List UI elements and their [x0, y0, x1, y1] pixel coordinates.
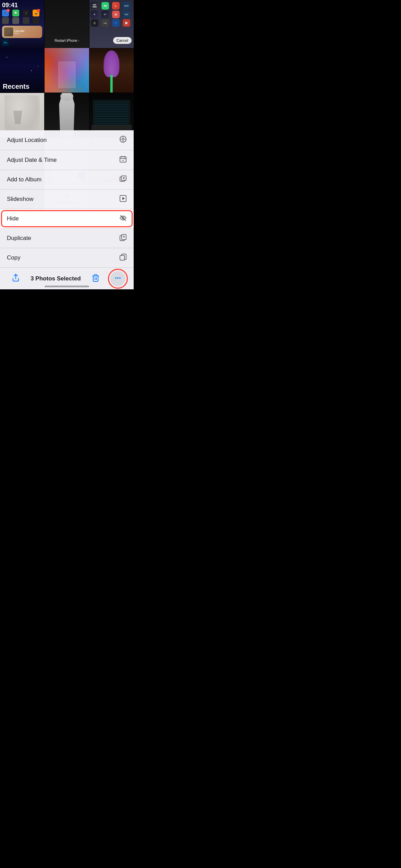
status-time: 09:41 [2, 2, 42, 8]
calendar-icon [119, 155, 127, 165]
context-menu: Adjust Location Adjust Date & Time [0, 130, 134, 267]
hide-highlight-border [1, 210, 133, 227]
share-button[interactable] [8, 271, 23, 286]
restart-iphone-text: Restart iPhone › [54, 39, 79, 43]
more-icon [114, 274, 122, 283]
add-album-icon [119, 175, 127, 184]
menu-item-slideshow[interactable]: Slideshow [0, 190, 134, 209]
photo-night-sky[interactable]: Recents [0, 48, 44, 93]
menu-label-add-to-album: Add to Album [7, 176, 41, 183]
menu-item-duplicate[interactable]: Duplicate [0, 229, 134, 248]
menu-item-hide[interactable]: Hide [0, 209, 134, 229]
music-artist: Music [14, 32, 24, 34]
photo-tulip[interactable] [89, 48, 134, 93]
more-button-container [110, 271, 125, 286]
recents-label: Recents [3, 83, 29, 91]
svg-point-1 [122, 138, 124, 140]
svg-point-10 [123, 160, 124, 161]
svg-point-30 [119, 277, 121, 279]
selected-count-label: 3 Photos Selected [31, 275, 81, 282]
menu-label-copy: Copy [7, 254, 21, 261]
delete-icon [92, 274, 100, 284]
svg-rect-25 [93, 276, 98, 281]
share-icon [12, 274, 20, 284]
restart-iphone-screen: Restart iPhone › [45, 0, 89, 48]
copy-icon [119, 253, 127, 262]
play-icon [119, 195, 127, 204]
svg-point-28 [115, 277, 117, 279]
menu-item-copy[interactable]: Copy [0, 248, 134, 267]
menu-item-adjust-location[interactable]: Adjust Location [0, 130, 134, 150]
svg-rect-6 [120, 157, 126, 162]
duplicate-icon [119, 234, 127, 243]
location-icon [119, 135, 127, 145]
top-section: 09:41 15 📞 💬 🎵 8 📷 🎵 Low Hits [0, 0, 134, 48]
hide-icon [119, 214, 127, 223]
svg-rect-24 [120, 255, 124, 260]
delete-button[interactable] [88, 271, 103, 286]
menu-label-hide: Hide [7, 215, 19, 222]
music-widget: 🎵 Low Hits Music [2, 26, 42, 38]
menu-label-duplicate: Duplicate [7, 235, 31, 242]
menu-label-adjust-date-time: Adjust Date & Time [7, 157, 57, 164]
photo-graffiti[interactable] [45, 48, 89, 93]
svg-marker-17 [122, 197, 125, 200]
menu-label-adjust-location: Adjust Location [7, 137, 47, 144]
menu-item-adjust-date-time[interactable]: Adjust Date & Time [0, 150, 134, 170]
menu-label-slideshow: Slideshow [7, 196, 34, 203]
top-left-homescreen: 09:41 15 📞 💬 🎵 8 📷 🎵 Low Hits [0, 0, 44, 48]
home-indicator [45, 286, 89, 287]
svg-point-29 [117, 277, 119, 279]
music-title: Low Hits [14, 30, 24, 32]
menu-item-add-to-album[interactable]: Add to Album [0, 170, 134, 190]
svg-point-11 [124, 159, 125, 160]
recents-row: Recents [0, 48, 134, 93]
more-button[interactable] [110, 271, 125, 286]
top-right-apps-screen: COPYPASTA ⌨️ L MLB R WT M MLB 🎬 Log 👤 📊 … [89, 0, 134, 48]
cancel-button[interactable]: Cancel [113, 37, 132, 44]
